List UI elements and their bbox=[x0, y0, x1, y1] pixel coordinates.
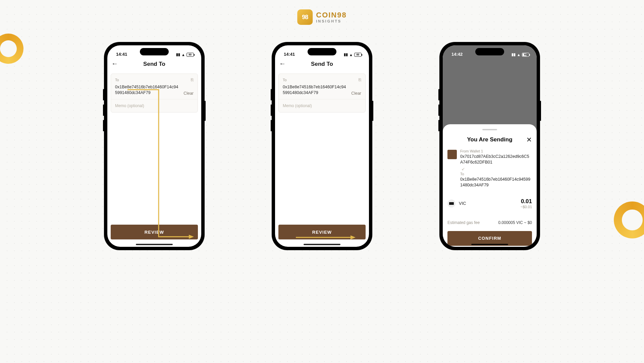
page-title: Send To bbox=[311, 61, 333, 67]
battery-icon: 63 bbox=[354, 53, 362, 57]
dynamic-island bbox=[140, 48, 169, 55]
recipient-address[interactable]: 0x1Be8e74516b7eb16460F14c945991480dc34AF… bbox=[283, 84, 348, 96]
asset-icon bbox=[447, 199, 455, 208]
brand-badge-icon: 98 bbox=[297, 9, 313, 25]
phone-frame-3: 14:42 ▮▮ ▲ 63 You Are Sending ✕ From Wal… bbox=[439, 42, 540, 250]
recipient-address[interactable]: 0x1Be8e74516b7eb16460F14c945991480dc34AF… bbox=[115, 84, 180, 96]
confirm-button[interactable]: CONFIRM bbox=[447, 231, 532, 246]
to-label: To bbox=[283, 78, 287, 82]
send-amount: 0.01 bbox=[521, 198, 532, 205]
memo-input[interactable]: Memo (optional) bbox=[279, 99, 365, 112]
dynamic-island bbox=[308, 48, 336, 55]
page-title: Send To bbox=[143, 61, 165, 67]
recipient-card: To ⎘ 0x1Be8e74516b7eb16460F14c945991480d… bbox=[278, 74, 366, 112]
review-button[interactable]: REVIEW bbox=[111, 225, 198, 239]
to-label: To bbox=[460, 172, 532, 176]
gas-fee-value: 0.000005 VIC ~ $0 bbox=[498, 220, 532, 225]
cellular-icon: ▮▮ bbox=[176, 52, 180, 57]
from-address: 0x7017cd87AEb3cC2a1262ed9c6C5A74F6c62DFB… bbox=[460, 154, 532, 165]
back-icon[interactable]: ← bbox=[279, 60, 286, 67]
battery-icon: 63 bbox=[522, 53, 529, 57]
wifi-icon: ▲ bbox=[181, 53, 185, 57]
confirm-sheet: You Are Sending ✕ From Wallet 1 0x7017cd… bbox=[443, 124, 537, 247]
to-label: To bbox=[115, 78, 119, 82]
app-header: ← Send To bbox=[107, 57, 201, 71]
from-wallet-label: From Wallet 1 bbox=[460, 149, 532, 153]
phone-frame-1: 14:41 ▮▮ ▲ 63 ← Send To To ⎘ bbox=[104, 42, 205, 250]
memo-input[interactable]: Memo (optional) bbox=[111, 99, 198, 112]
to-address: 0x1Be8e74516b7eb16460F14c945991480dc34AF… bbox=[460, 177, 532, 188]
brand-logo: 98 COIN98 INSIGHTS bbox=[297, 9, 346, 25]
sheet-title: You Are Sending bbox=[467, 136, 512, 143]
asset-symbol: VIC bbox=[459, 201, 466, 206]
wifi-icon: ▲ bbox=[517, 53, 521, 57]
wifi-icon: ▲ bbox=[349, 53, 353, 57]
paste-icon[interactable]: ⎘ bbox=[191, 77, 194, 82]
brand-subtitle: INSIGHTS bbox=[316, 19, 346, 23]
recipient-card: To ⎘ 0x1Be8e74516b7eb16460F14c945991480d… bbox=[111, 74, 198, 112]
app-header: ← Send To bbox=[275, 57, 369, 71]
close-icon[interactable]: ✕ bbox=[526, 136, 532, 143]
cellular-icon: ▮▮ bbox=[512, 52, 516, 57]
sheet-grabber[interactable] bbox=[482, 129, 497, 130]
dynamic-island bbox=[475, 48, 504, 55]
home-indicator bbox=[304, 244, 340, 245]
review-button[interactable]: REVIEW bbox=[278, 225, 366, 239]
brand-name: COIN98 bbox=[316, 11, 346, 19]
status-time: 14:41 bbox=[284, 52, 295, 57]
phone-frame-2: 14:41 ▮▮ ▲ 63 ← Send To To ⎘ bbox=[272, 42, 372, 250]
wallet-avatar-icon bbox=[447, 150, 457, 159]
send-amount-usd: ~$0.01 bbox=[521, 205, 532, 209]
battery-icon: 63 bbox=[186, 53, 194, 57]
status-time: 14:42 bbox=[451, 52, 463, 57]
clear-button[interactable]: Clear bbox=[183, 91, 194, 96]
arrow-down-icon: ↙ bbox=[462, 167, 532, 171]
home-indicator bbox=[471, 244, 508, 245]
back-icon[interactable]: ← bbox=[111, 60, 118, 67]
gas-fee-label: Estimated gas fee bbox=[447, 220, 480, 225]
status-time: 14:41 bbox=[116, 52, 127, 57]
paste-icon[interactable]: ⎘ bbox=[359, 77, 361, 82]
clear-button[interactable]: Clear bbox=[351, 91, 361, 96]
cellular-icon: ▮▮ bbox=[344, 52, 348, 57]
home-indicator bbox=[136, 244, 173, 245]
